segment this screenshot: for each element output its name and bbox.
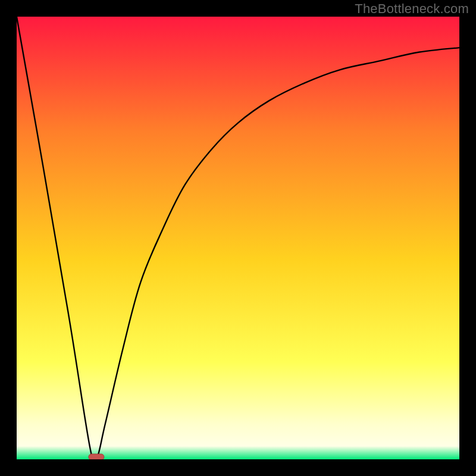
chart-container: { "watermark": "TheBottleneck.com", "col… <box>0 0 476 476</box>
plot-area <box>17 17 459 464</box>
watermark-text: TheBottleneck.com <box>355 1 469 17</box>
gradient-background <box>17 17 459 459</box>
bottleneck-chart <box>0 0 476 476</box>
minimum-marker <box>89 454 104 460</box>
